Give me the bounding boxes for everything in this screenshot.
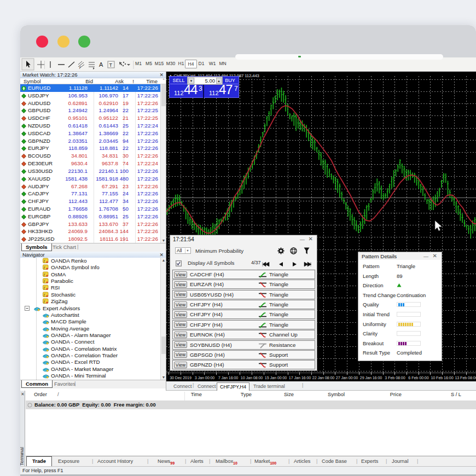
svg-text:T: T: [109, 62, 113, 68]
svg-text:A: A: [99, 61, 103, 68]
